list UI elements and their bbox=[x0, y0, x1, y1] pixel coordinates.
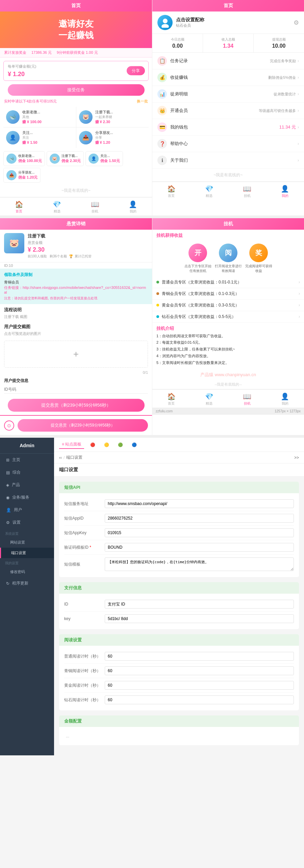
menu-help[interactable]: ❓ 帮助中心 › bbox=[152, 136, 304, 152]
topbar-red[interactable]: 🔴 bbox=[87, 441, 98, 448]
amount-config-header: 金额配置 bbox=[59, 715, 299, 727]
upload-title: 用户提交截图 bbox=[0, 321, 152, 331]
upload-area[interactable]: + bbox=[4, 341, 148, 368]
member-row-diamond[interactable]: 钻石会员专区（文章浏览收益：0.5-5元） › bbox=[152, 311, 304, 323]
arrow-icon-3: › bbox=[298, 108, 299, 113]
topbar-blue[interactable]: 🔵 bbox=[129, 441, 140, 448]
topbar-yellow[interactable]: 🟡 bbox=[101, 441, 112, 448]
appkey-input[interactable] bbox=[105, 528, 294, 537]
payment-form: ID key bbox=[59, 594, 299, 629]
task-item-0[interactable]: 🐋 收新老微... 其他 赚 ¥ 100.00 bbox=[3, 107, 76, 127]
topbar-green[interactable]: 🟢 bbox=[115, 441, 126, 448]
disciple-icon: 📊 bbox=[157, 89, 167, 99]
member-row-normal[interactable]: 普通会员专区（文章浏览收益：0.01-0.1元） › bbox=[152, 277, 304, 288]
admin-menu-user[interactable]: 👤 用户 bbox=[0, 504, 54, 516]
pay-id-input[interactable] bbox=[105, 600, 294, 609]
admin-menu-service[interactable]: ◉ 业务/服务 bbox=[0, 491, 54, 504]
accept-task-button[interactable]: 接受任务 bbox=[8, 84, 145, 96]
left-nav-mine[interactable]: 👤 我的 bbox=[114, 198, 152, 215]
task-id: ID:10 bbox=[0, 262, 152, 269]
circle-open[interactable]: 开 bbox=[188, 244, 207, 262]
admin-menu-settings[interactable]: ⚙ 设置 bbox=[0, 516, 54, 529]
stat-income: 收入总额 1.34 bbox=[203, 34, 254, 52]
topbar-panel[interactable]: ≡ 站点面板 bbox=[59, 440, 84, 449]
circle-reward[interactable]: 奖 bbox=[249, 244, 268, 262]
appid-input[interactable] bbox=[105, 514, 294, 523]
breadcrumb-arrows: >> bbox=[294, 455, 299, 460]
settings-icon[interactable]: ⚙ bbox=[294, 19, 299, 26]
sms-url-input[interactable] bbox=[105, 499, 294, 508]
menu-about[interactable]: ℹ 关于我们 › bbox=[152, 152, 304, 169]
admin-sub-password[interactable]: 修改密码 bbox=[0, 567, 54, 577]
left-empty-tip: ~我是有底线的~ bbox=[0, 184, 152, 197]
submit-button[interactable]: 提交悬赏（剩239小时59分钟56秒） bbox=[8, 399, 145, 412]
m-nav-select[interactable]: 💎 精选 bbox=[190, 390, 228, 408]
menu-task-record[interactable]: 📋 任务记录 完成任务争奖励 › bbox=[152, 53, 304, 69]
product-icon: ◈ bbox=[6, 483, 9, 487]
circle-open-desc: 点击下方专区开始任有效挂机 bbox=[184, 264, 211, 273]
form-row-normal-read: 普通阅读计时（秒） bbox=[64, 649, 294, 664]
machine-tips-title: 挂机获得收益 bbox=[152, 230, 304, 240]
left-nav-home[interactable]: 🏠 首页 bbox=[0, 198, 38, 215]
menu-disciple[interactable]: 📊 徒弟明细 徒弟数量统计 › bbox=[152, 86, 304, 102]
admin-menu-update[interactable]: ↻ 程序更新 bbox=[0, 577, 54, 590]
task-switch-link[interactable]: 换一批 bbox=[137, 99, 148, 104]
task-meta1: 前100人领取 bbox=[28, 254, 47, 258]
share-button[interactable]: 分享 bbox=[127, 66, 145, 75]
right-nav-mine[interactable]: 👤 我的 bbox=[266, 182, 304, 200]
gold-badge bbox=[156, 304, 159, 306]
task-card-3[interactable]: 📤 分享朋友... 佣金 1.20元 bbox=[3, 168, 41, 183]
help-icon: ❓ bbox=[157, 139, 167, 149]
right-nav-select[interactable]: 💎 精选 bbox=[190, 182, 228, 200]
entry-button[interactable]: 提交悬赏（剩239小时59分钟56秒） bbox=[18, 419, 148, 432]
circle-read[interactable]: 阅 bbox=[219, 244, 237, 262]
read-settings-header: 阅读设置 bbox=[59, 634, 299, 646]
profile-header: 点击设置配称 钻石会员 ⚙ bbox=[152, 12, 304, 34]
m-nav-machine[interactable]: 📖 挂机 bbox=[228, 390, 266, 408]
admin-menu-product[interactable]: ◈ 产品 bbox=[0, 479, 54, 491]
gold-read-input[interactable] bbox=[105, 681, 294, 690]
task-item-1[interactable]: 🐷 注册下载... 一起来养猪 赚 ¥ 2.30 bbox=[76, 107, 149, 127]
machine-circles: 开 点击下方专区开始任有效挂机 阅 打开阅读文章进行有效阅读 奖 完成阅读即可获… bbox=[152, 240, 304, 277]
left-nav-select[interactable]: 💎 精选 bbox=[38, 198, 76, 215]
m-nav-home[interactable]: 🏠 首页 bbox=[152, 390, 190, 408]
conditions-link[interactable]: 任务链接：http://share.nlxsjgogo.com/mobile/w… bbox=[4, 285, 148, 294]
right-nav-machine[interactable]: 📖 挂机 bbox=[228, 182, 266, 200]
diamond-read-input[interactable] bbox=[105, 695, 294, 704]
arrow-icon-4: › bbox=[298, 125, 299, 130]
upload-count: 0/1 bbox=[0, 370, 152, 376]
task-card-icon-2: 👤 bbox=[88, 154, 99, 164]
section-divider-2 bbox=[0, 435, 304, 438]
admin-menu-main[interactable]: ⊞ 主页 bbox=[0, 454, 54, 466]
sms-template-input[interactable]: 【米松科技】您的验证码为{code}，在{time}分钟内有效。 bbox=[105, 557, 294, 571]
form-row-template-id: 验证码模板ID * bbox=[64, 540, 294, 555]
select-icon: 💎 bbox=[53, 201, 61, 208]
left-nav-machine[interactable]: 📖 挂机 bbox=[76, 198, 114, 215]
breadcrumb-back[interactable]: ‹‹ bbox=[59, 455, 62, 460]
id-input[interactable] bbox=[4, 385, 148, 394]
menu-wallet[interactable]: 💳 我的钱包 11.34 元 › bbox=[152, 119, 304, 136]
right-nav-home[interactable]: 🏠 首页 bbox=[152, 182, 190, 200]
admin-sub-port[interactable]: 端口设置 bbox=[0, 548, 54, 558]
detail-header: 悬赏详销 bbox=[0, 218, 152, 230]
menu-invite-earn[interactable]: 💰 收徒赚钱 删除佣金5%佣金 › bbox=[152, 69, 304, 86]
process-subtitle: 注册下载 截图 bbox=[0, 314, 152, 321]
member-row-gold[interactable]: 黄金会员专区（文章浏览收益：0.3-0.5元） › bbox=[152, 300, 304, 311]
member-row-bronze[interactable]: 青铜会员专区（文章浏览收益：0.1-0.3元） › bbox=[152, 288, 304, 300]
task-item-3[interactable]: 📤 分享朋友... 分享 赚 ¥ 1.20 bbox=[76, 128, 149, 148]
menu-vip[interactable]: 👑 开通会员 等级越高可锁任务越多 › bbox=[152, 102, 304, 119]
admin-menu-general[interactable]: ▤ 综合 bbox=[0, 466, 54, 479]
m-nav-mine[interactable]: 👤 我的 bbox=[266, 390, 304, 408]
task-card-0[interactable]: 🐋 收新老微... 佣金 100.00元 bbox=[3, 151, 45, 166]
bronze-read-input[interactable] bbox=[105, 666, 294, 675]
form-row-appkey: 短信AppKey bbox=[64, 526, 294, 540]
normal-read-input[interactable] bbox=[105, 652, 294, 661]
task-card-1[interactable]: 🐷 注册下载... 佣金 2.30元 bbox=[47, 151, 84, 166]
task-item-2[interactable]: 👤 关注... 关注 赚 ¥ 1.50 bbox=[3, 128, 76, 148]
admin-sub-website[interactable]: 网站设置 bbox=[0, 537, 54, 548]
template-id-input[interactable] bbox=[105, 543, 294, 552]
stats-label1: 累计发放奖金 bbox=[4, 50, 26, 55]
pay-key-input[interactable] bbox=[105, 614, 294, 623]
task-meta3: 累计已托管 bbox=[75, 254, 92, 258]
task-card-2[interactable]: 👤 关注... 佣金 1.50元 bbox=[85, 151, 123, 166]
